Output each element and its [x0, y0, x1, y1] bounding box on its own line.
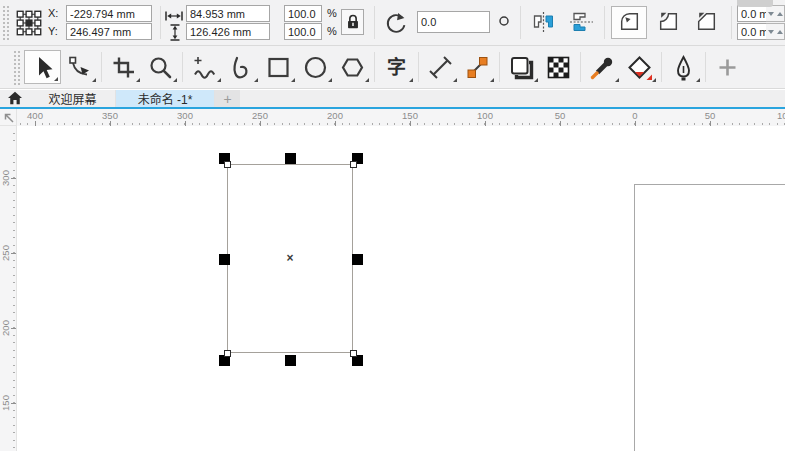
corner-node-bottom-right[interactable] [350, 350, 357, 357]
zoom-icon [147, 54, 174, 81]
mirror-vertical-icon [568, 10, 595, 36]
home-icon [7, 91, 23, 107]
scale-v-input[interactable] [284, 23, 322, 40]
tool-outline-pen-button[interactable] [665, 50, 702, 84]
spinner-down-icon[interactable] [768, 30, 774, 34]
separator [499, 52, 500, 82]
tool-transparency-button[interactable] [540, 50, 577, 84]
flyout-indicator-icon [365, 78, 369, 82]
spinner-down-icon[interactable] [768, 12, 774, 16]
selection-handle-top-middle[interactable] [285, 153, 296, 164]
ruler-label: 300 [177, 110, 193, 121]
connector-icon [464, 54, 491, 81]
ruler-major-tick [11, 328, 16, 329]
chamfered-corner-icon [694, 9, 719, 36]
corner-node-bottom-left[interactable] [224, 350, 231, 357]
tool-drop-shadow-button[interactable] [503, 50, 540, 84]
corner-radius-top-spinner[interactable] [766, 5, 785, 22]
tool-eyedropper-button[interactable] [584, 50, 621, 84]
degree-icon [498, 15, 510, 29]
y-position-input[interactable] [66, 23, 152, 40]
collapsed-docker-tab[interactable] [737, 0, 773, 7]
rotation-angle-input[interactable] [417, 11, 490, 33]
tool-interactive-fill-button[interactable] [621, 50, 658, 84]
y-label: Y: [48, 24, 58, 39]
eyedropper-icon [589, 54, 616, 81]
add-tool-button[interactable] [709, 50, 746, 84]
flyout-indicator-icon [652, 78, 656, 82]
tool-ellipse-button[interactable] [297, 50, 334, 84]
tool-text-button[interactable]: 字 [378, 50, 415, 84]
toolbox-grip[interactable] [13, 50, 22, 85]
text-icon: 字 [387, 58, 406, 77]
tool-polygon-button[interactable] [334, 50, 371, 84]
separator [580, 52, 581, 82]
separator [604, 6, 605, 39]
ruler-label: 300 [0, 170, 11, 186]
flyout-indicator-icon [615, 78, 619, 82]
tool-crop-button[interactable] [105, 50, 142, 84]
selection-handle-middle-left[interactable] [219, 254, 230, 265]
tool-freehand-button[interactable] [186, 50, 223, 84]
lock-ratio-button[interactable] [341, 9, 364, 35]
separator [182, 52, 183, 82]
tool-rectangle-button[interactable] [260, 50, 297, 84]
selection-handle-middle-right[interactable] [352, 254, 363, 265]
scale-v-percent-label: % [327, 24, 337, 39]
horizontal-ruler[interactable]: 40035030025020015010050050100 [17, 109, 785, 127]
tool-curve-button[interactable] [223, 50, 260, 84]
separator [374, 6, 375, 39]
tab-label: 欢迎屏幕 [48, 90, 96, 107]
scale-h-percent-label: % [327, 6, 337, 21]
separator [418, 52, 419, 82]
corner-node-top-right[interactable] [350, 161, 357, 168]
tool-dimension-button[interactable] [422, 50, 459, 84]
rectangle-icon [265, 54, 292, 81]
flyout-indicator-icon [409, 78, 413, 82]
tab-untitled-document[interactable]: 未命名 -1* [116, 90, 215, 107]
flyout-indicator-icon [328, 78, 332, 82]
scale-h-input[interactable] [284, 5, 322, 22]
tool-zoom-button[interactable] [142, 50, 179, 84]
tab-welcome-screen[interactable]: 欢迎屏幕 [30, 90, 116, 107]
round-corner-button[interactable] [611, 6, 647, 39]
spinner-up-icon[interactable] [777, 30, 783, 34]
lock-icon [344, 12, 362, 33]
mirror-horizontal-button[interactable] [528, 9, 558, 36]
tool-connector-button[interactable] [459, 50, 496, 84]
mirror-vertical-button[interactable] [566, 9, 596, 36]
toolbar-grip[interactable] [2, 5, 11, 40]
flyout-indicator-icon [136, 78, 140, 82]
ruler-minor-ticks [17, 123, 785, 125]
spinner-up-icon[interactable] [777, 12, 783, 16]
vertical-ruler[interactable]: 300250200150 [0, 126, 17, 451]
flyout-indicator-icon [92, 78, 96, 82]
x-position-input[interactable] [66, 5, 152, 22]
object-height-input[interactable] [186, 23, 270, 40]
corner-node-top-left[interactable] [224, 161, 231, 168]
ellipse-icon [302, 54, 329, 81]
scalloped-corner-button[interactable] [651, 8, 685, 37]
object-width-input[interactable] [186, 5, 270, 22]
home-tab-button[interactable] [0, 90, 30, 107]
selected-rectangle-object[interactable]: × [227, 164, 353, 353]
pick-icon [29, 54, 56, 81]
separator [160, 6, 161, 39]
new-document-tab-button[interactable]: + [215, 90, 240, 107]
flyout-indicator-icon [291, 78, 295, 82]
ruler-label: 200 [0, 320, 11, 336]
ruler-label: 100 [477, 110, 493, 121]
dimension-icon [427, 54, 454, 81]
corner-radius-bottom-spinner[interactable] [766, 23, 785, 40]
tool-pick-button[interactable] [24, 50, 61, 84]
tool-shape-button[interactable] [61, 50, 98, 84]
ruler-label: 50 [705, 110, 716, 121]
page-boundary [634, 184, 785, 451]
ruler-origin-button[interactable] [0, 109, 17, 126]
chamfered-corner-button[interactable] [689, 8, 723, 37]
drawing-canvas[interactable]: × [17, 126, 785, 451]
selection-handle-bottom-middle[interactable] [285, 355, 296, 366]
object-center-marker[interactable]: × [286, 251, 293, 265]
round-corner-icon [617, 9, 642, 36]
object-width-icon [165, 10, 183, 24]
